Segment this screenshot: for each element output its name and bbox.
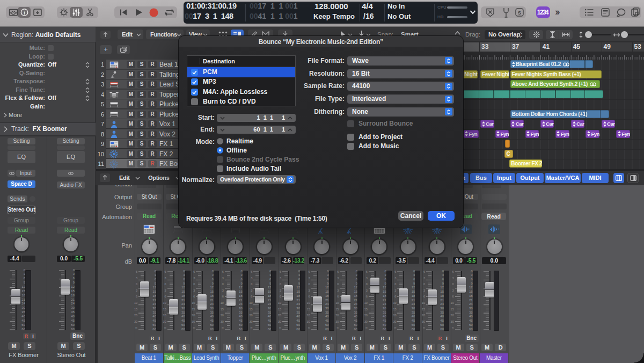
svg-text:i: i [24, 10, 25, 16]
svg-text:S: S [518, 10, 521, 16]
